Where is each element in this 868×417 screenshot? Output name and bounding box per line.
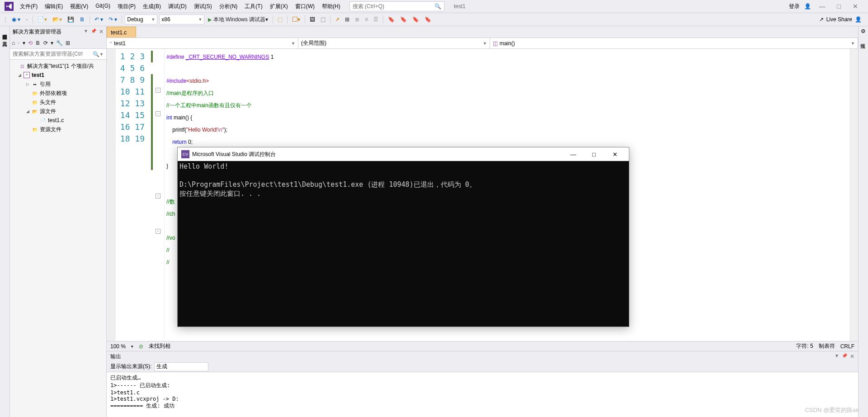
solution-root[interactable]: ⊡解决方案"test1"(1 个项目/共	[10, 62, 106, 71]
menu-item[interactable]: 视图(V)	[66, 1, 92, 12]
editor-status: 100 %▾ ⊘未找到相 字符: 5 制表符 CRLF	[107, 341, 858, 351]
output-body[interactable]: 已启动生成… 1>------ 已启动生成: 1>test1.c 1>test1…	[107, 372, 858, 417]
file-node[interactable]: 📄test1.c	[10, 116, 106, 125]
start-debug-button[interactable]: ▶ 本地 Windows 调试器 ▾	[206, 15, 270, 24]
scrollbar-v[interactable]	[850, 49, 858, 341]
config-combo[interactable]: Debug▼	[125, 14, 157, 24]
redo-button[interactable]: ↷ ▾	[107, 15, 119, 24]
panel-close-icon[interactable]: ✕	[850, 353, 854, 360]
bookmark-prev-icon[interactable]: 🔖	[398, 15, 409, 24]
menu-item[interactable]: 编辑(E)	[41, 1, 66, 12]
project-name-label[interactable]: test1	[449, 2, 471, 11]
sol-back-icon[interactable]: ◦	[18, 40, 19, 46]
platform-combo[interactable]: x86▼	[159, 14, 204, 24]
dropdown-icon[interactable]: ▼	[84, 28, 88, 35]
sol-show-icon[interactable]: 🗎	[35, 40, 41, 46]
tb-icon-2[interactable]: 🞎▾	[290, 15, 302, 24]
tb-icon-1[interactable]: ⬚	[276, 15, 284, 24]
bookmark-icon[interactable]: 🔖	[386, 15, 396, 24]
gear-icon[interactable]: ⚙	[861, 28, 866, 37]
left-tab-toolbox[interactable]: 工具箱	[0, 35, 9, 41]
console-body[interactable]: Hello World! D:\ProgramFiles\Project\tes…	[178, 161, 629, 327]
menu-item[interactable]: 项目(P)	[114, 1, 139, 12]
tb-icon-9[interactable]: ☰	[372, 15, 380, 24]
indent-label[interactable]: 制表符	[819, 342, 835, 350]
tb-icon-6[interactable]: ⊞	[343, 15, 351, 24]
search-box[interactable]: 搜索 (Ctrl+Q) 🔍	[349, 1, 444, 11]
tb-icon-4[interactable]: ⬚	[319, 15, 327, 24]
menu-item[interactable]: Git(G)	[92, 1, 114, 12]
nav-scope-global[interactable]: (全局范围)▼	[298, 38, 490, 48]
source-node[interactable]: ◢📂源文件	[10, 107, 106, 116]
menu-item[interactable]: 窗口(W)	[292, 1, 318, 12]
forward-button[interactable]: ◦	[24, 15, 29, 24]
tb-icon-7[interactable]: ≣	[353, 15, 361, 24]
panel-close-icon[interactable]: ✕	[99, 28, 104, 35]
external-deps-node[interactable]: 📁外部依赖项	[10, 89, 106, 98]
dropdown-icon[interactable]: ▼	[835, 353, 839, 360]
folder-icon: 📁	[32, 90, 38, 96]
zoom-level[interactable]: 100 %	[110, 343, 126, 350]
resources-node[interactable]: 📁资源文件	[10, 125, 106, 134]
undo-button[interactable]: ↶ ▾	[93, 15, 105, 24]
nav-bar: ⁺test1▼ (全局范围)▼ ◫main()▼	[107, 38, 858, 49]
minimize-button[interactable]: —	[816, 1, 829, 12]
solution-title: 解决方案资源管理器	[13, 28, 61, 36]
login-link[interactable]: 登录	[789, 3, 800, 10]
menu-item[interactable]: 分析(N)	[216, 1, 241, 12]
live-share-button[interactable]: Live Share	[826, 16, 852, 23]
tb-icon-3[interactable]: 🖼	[308, 15, 317, 24]
save-button[interactable]: 💾	[66, 15, 76, 24]
tab-active[interactable]: test1.c	[107, 27, 136, 38]
menu-item[interactable]: 调试(D)	[165, 1, 190, 12]
bookmark-clear-icon[interactable]: 🔖	[423, 15, 433, 24]
menu-item[interactable]: 帮助(H)	[318, 1, 344, 12]
sol-home-icon[interactable]: ⌂	[12, 40, 15, 46]
menu-item[interactable]: 测试(S)	[190, 1, 216, 12]
feedback-icon[interactable]: 👤	[855, 16, 862, 23]
project-icon: ⁺	[109, 40, 112, 47]
console-title-bar[interactable]: CV Microsoft Visual Studio 调试控制台 — □ ✕	[178, 147, 629, 161]
menu-item[interactable]: 工具(T)	[241, 1, 266, 12]
close-button[interactable]: ✕	[849, 1, 862, 12]
console-min-button[interactable]: —	[563, 151, 584, 158]
eol-label[interactable]: CRLF	[840, 343, 854, 350]
project-node[interactable]: ◢⁺test1	[10, 71, 106, 80]
maximize-button[interactable]: □	[834, 1, 844, 12]
tab-row: test1.c	[107, 26, 858, 38]
bookmark-margin	[107, 49, 116, 341]
nav-scope-project[interactable]: ⁺test1▼	[107, 38, 298, 48]
console-max-button[interactable]: □	[584, 151, 604, 158]
menu-item[interactable]: 生成(B)	[139, 1, 165, 12]
output-source-combo[interactable]: 生成	[154, 362, 208, 371]
sol-sync-icon[interactable]: ⟲	[28, 40, 33, 46]
console-close-button[interactable]: ✕	[604, 151, 625, 158]
pin-icon[interactable]: 📌	[91, 28, 96, 35]
fold-icon[interactable]: -	[156, 229, 160, 234]
issues-label[interactable]: 未找到相	[149, 342, 170, 350]
tb-icon-5[interactable]: ↗	[333, 15, 341, 24]
solution-search[interactable]: 搜索解决方案资源管理器(Ctrl 🔍▼	[10, 49, 106, 60]
left-tab-server-explorer[interactable]: 服务器资源管理器	[0, 28, 9, 33]
new-button[interactable]: 📄▾	[36, 15, 49, 24]
sol-refresh-icon[interactable]: ⟳	[43, 40, 48, 46]
menu-item[interactable]: 文件(F)	[16, 1, 41, 12]
right-tab-properties[interactable]: 属性	[859, 37, 867, 43]
fold-icon[interactable]: -	[156, 194, 160, 199]
user-icon[interactable]: 👤	[804, 3, 811, 9]
sol-prop-icon[interactable]: 🔧	[56, 40, 63, 46]
open-button[interactable]: 📂▾	[51, 15, 64, 24]
save-all-button[interactable]: 🗎	[78, 15, 87, 24]
menu-bar: 文件(F)编辑(E)视图(V)Git(G)项目(P)生成(B)调试(D)测试(S…	[0, 0, 868, 13]
pin-icon[interactable]: 📌	[842, 353, 847, 360]
sol-view-icon[interactable]: ⊞	[66, 40, 70, 46]
back-button[interactable]: ◉ ▾	[10, 15, 22, 24]
fold-icon[interactable]: -	[156, 88, 160, 93]
nav-scope-function[interactable]: ◫main()▼	[490, 38, 858, 48]
tb-icon-8[interactable]: ≡	[363, 15, 370, 24]
bookmark-next-icon[interactable]: 🔖	[410, 15, 421, 24]
headers-node[interactable]: 📁头文件	[10, 98, 106, 107]
fold-icon[interactable]: -	[156, 111, 160, 116]
references-node[interactable]: ▷▪▪引用	[10, 80, 106, 89]
menu-item[interactable]: 扩展(X)	[266, 1, 292, 12]
